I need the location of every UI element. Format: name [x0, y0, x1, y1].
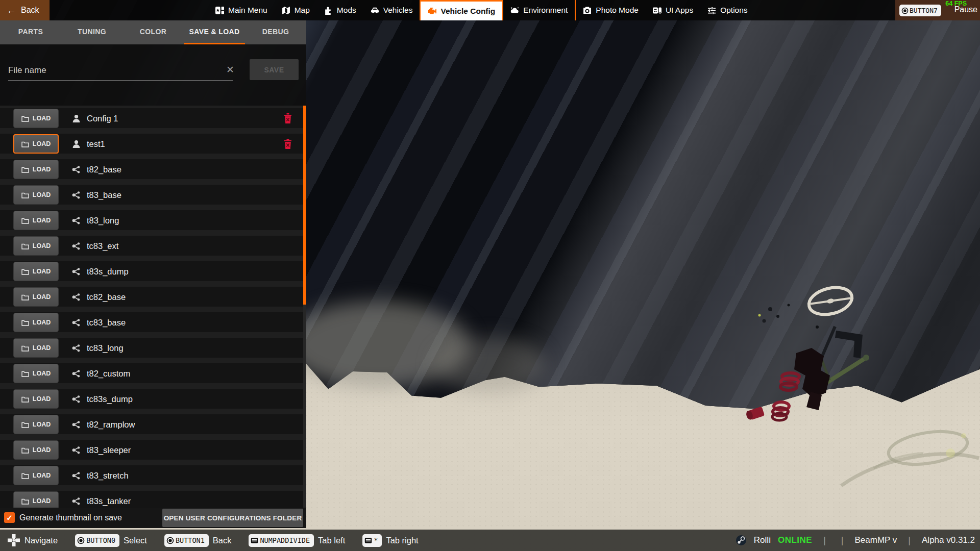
generate-thumbnail-checkbox[interactable]: ✓ [4, 512, 15, 523]
keyboard-icon [251, 537, 258, 544]
pause-area: 64 FPS BUTTON7 Pause [895, 0, 980, 20]
folder-icon [21, 141, 29, 147]
clear-filename-icon[interactable]: ✕ [226, 64, 234, 76]
pause-button[interactable]: BUTTON7 [899, 5, 941, 16]
photo-mode-camera-icon [583, 6, 592, 15]
input-hint: * Tab right [362, 534, 418, 547]
menu-item-environment[interactable]: Environment [503, 0, 575, 20]
config-row: LOAD tc83_base [0, 310, 306, 335]
config-name: t83s_tanker [87, 496, 131, 506]
game-version: Alpha v0.31.2 [922, 535, 975, 545]
official-config-icon [71, 369, 82, 379]
key-binding-pill[interactable]: * [362, 534, 382, 547]
load-button[interactable]: LOAD [13, 160, 59, 179]
config-row: LOAD t82_custom [0, 361, 306, 386]
menu-item-ui-apps[interactable]: UI Apps [646, 0, 700, 20]
load-button[interactable]: LOAD [13, 287, 59, 307]
config-row: LOAD tc83_long [0, 335, 306, 361]
folder-icon [21, 472, 29, 479]
config-name: t82_ramplow [87, 420, 135, 430]
folder-icon [21, 421, 29, 428]
menu-item-vehicles[interactable]: Vehicles [363, 0, 420, 20]
menu-item-vehicle-config[interactable]: Vehicle Config [421, 0, 502, 20]
save-button[interactable]: SAVE [250, 59, 299, 80]
tab-save-and-load[interactable]: SAVE & LOAD [184, 20, 245, 44]
folder-icon [21, 268, 29, 275]
load-button[interactable]: LOAD [13, 313, 59, 332]
official-config-icon [71, 471, 82, 481]
dpad-icon [7, 534, 20, 547]
load-button[interactable]: LOAD [13, 134, 59, 154]
folder-icon [21, 294, 29, 300]
pause-label: Pause [954, 5, 977, 14]
config-name: t83_stretch [87, 471, 129, 481]
official-config-icon [71, 216, 82, 226]
load-button[interactable]: LOAD [13, 364, 59, 383]
tab-parts[interactable]: PARTS [0, 20, 61, 44]
scrollbar-thumb[interactable] [303, 106, 306, 305]
gamepad-button-icon [77, 537, 85, 544]
key-binding-pill[interactable]: BUTTON1 [164, 534, 209, 547]
hint-label: Tab left [318, 536, 345, 545]
official-config-icon [71, 292, 82, 302]
tab-debug[interactable]: DEBUG [245, 20, 306, 44]
key-binding-pill[interactable]: NUMPADDIVIDE [249, 534, 314, 547]
load-button[interactable]: LOAD [13, 185, 59, 205]
delete-config-icon[interactable] [284, 139, 292, 149]
load-button[interactable]: LOAD [13, 109, 59, 128]
config-name: tc82_base [87, 292, 126, 302]
status-bar: Rolli ONLINE | | BeamMP v | Alpha v0.31.… [736, 530, 975, 551]
folder-icon [21, 319, 29, 326]
panel-bottom-row: ✓ Generate thumbnail on save OPEN USER C… [0, 508, 306, 528]
gamepad-button-icon [901, 7, 909, 14]
load-button[interactable]: LOAD [13, 211, 59, 230]
file-name-input[interactable]: File name [8, 60, 233, 81]
back-label: Back [21, 6, 39, 15]
gamepad-button-icon [166, 537, 174, 544]
file-name-row: File name ✕ SAVE [0, 57, 306, 86]
tab-color[interactable]: COLOR [122, 20, 184, 44]
menu-item-photo-mode[interactable]: Photo Mode [576, 0, 646, 20]
input-hint: Navigate [7, 534, 58, 547]
open-configs-folder-button[interactable]: OPEN USER CONFIGURATIONS FOLDER [162, 509, 303, 527]
tab-tuning[interactable]: TUNING [61, 20, 122, 44]
key-binding-pill[interactable]: BUTTON0 [75, 534, 119, 547]
bottom-bar: Navigate BUTTON0 Select BUTTON1 Back NUM… [0, 530, 980, 551]
ui-apps-icon [653, 6, 662, 15]
config-name: tc83s_dump [87, 394, 133, 404]
menu-item-main-menu[interactable]: Main Menu [208, 0, 275, 20]
folder-icon [21, 217, 29, 224]
config-row: LOAD t83s_tanker [0, 488, 306, 508]
menu-item-options[interactable]: Options [700, 0, 754, 20]
mods-puzzle-icon [324, 6, 333, 15]
load-button[interactable]: LOAD [13, 440, 59, 460]
folder-icon [21, 166, 29, 173]
config-row: LOAD tc83_ext [0, 233, 306, 259]
load-button[interactable]: LOAD [13, 389, 59, 409]
separator: | [904, 535, 915, 546]
config-row: LOAD t83_long [0, 208, 306, 233]
vehicles-car-icon [371, 6, 379, 15]
hint-label: Select [124, 536, 147, 545]
user-config-icon [71, 114, 82, 123]
config-name: tc83_base [87, 318, 126, 328]
vehicle-config-panel: PARTS TUNING COLOR SAVE & LOAD DEBUG Fil… [0, 20, 306, 528]
menu-item-mods[interactable]: Mods [317, 0, 363, 20]
back-button[interactable]: ← Back [0, 0, 50, 20]
menu-item-map[interactable]: Map [275, 0, 317, 20]
load-button[interactable]: LOAD [13, 415, 59, 434]
load-button[interactable]: LOAD [13, 466, 59, 485]
load-button[interactable]: LOAD [13, 338, 59, 358]
folder-icon [21, 396, 29, 403]
config-name: tc83_ext [87, 241, 118, 251]
config-name: t82_base [87, 165, 121, 174]
load-button[interactable]: LOAD [13, 262, 59, 281]
config-row: LOAD t83_sleeper [0, 437, 306, 463]
input-hint: BUTTON1 Back [164, 534, 232, 547]
scrollbar-track[interactable] [303, 106, 306, 508]
load-button[interactable]: LOAD [13, 491, 59, 508]
delete-config-icon[interactable] [284, 113, 292, 123]
top-bar: ← Back Main Menu Map Mods Vehicles Vehic… [0, 0, 980, 20]
back-arrow-icon: ← [7, 6, 16, 15]
load-button[interactable]: LOAD [13, 236, 59, 256]
